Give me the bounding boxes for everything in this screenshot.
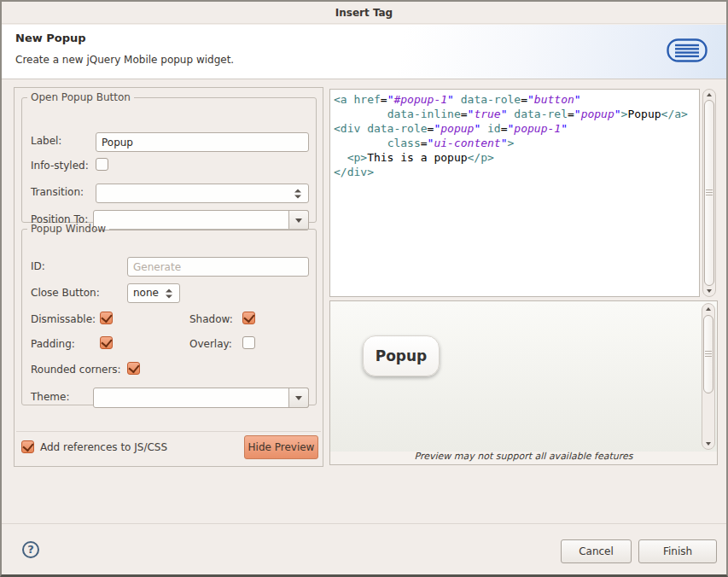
dismissable-label: Dismissable: [31,313,96,325]
hide-preview-button[interactable]: Hide Preview [244,435,318,459]
info-styled-checkbox[interactable] [96,158,108,171]
scrollbar-grip-icon [706,189,713,196]
rounded-corners-checkbox[interactable] [127,362,140,375]
chevron-down-icon [295,396,302,400]
popup-window-group: Popup Window ID: Close Button: none Dism… [21,223,317,405]
code-scrollbar[interactable] [702,89,716,297]
label-input[interactable] [96,132,309,152]
id-input[interactable] [127,257,309,277]
scroll-up-icon[interactable] [702,304,714,314]
preview-scrollbar-thumb[interactable] [703,315,713,393]
code-scrollbar-thumb[interactable] [704,100,714,286]
overlay-label: Overlay: [189,338,232,350]
footer-separator [2,523,726,524]
shadow-checkbox[interactable] [242,312,255,324]
popup-widget-icon [667,38,708,62]
preview-popup-button[interactable]: Popup [363,335,440,376]
page-title: New Popup [15,32,86,44]
transition-spinner-icon[interactable] [294,189,301,198]
open-popup-button-legend: Open Popup Button [27,91,134,103]
open-popup-button-group: Open Popup Button Label: Info-styled: Tr… [21,91,317,223]
padding-checkbox[interactable] [100,336,113,349]
scroll-down-icon[interactable] [702,439,714,449]
theme-dropdown-button[interactable] [288,388,309,408]
overlay-checkbox[interactable] [242,336,255,349]
theme-label: Theme: [31,391,69,403]
shadow-label: Shadow: [189,313,233,325]
theme-combo[interactable] [93,388,309,408]
info-styled-label: Info-styled: [31,160,89,172]
page-description: Create a new jQuery Mobile popup widget. [15,54,234,66]
scroll-down-icon[interactable] [703,286,715,296]
options-panel: Open Popup Button Label: Info-styled: Tr… [14,87,323,467]
transition-label: Transition: [31,186,84,198]
padding-label: Padding: [31,338,75,350]
close-button-label: Close Button: [31,287,100,299]
code-content: <a href="#popup-1" data-role="button" da… [334,92,696,179]
scrollbar-grip-icon [705,351,712,358]
titlebar[interactable]: Insert Tag [2,2,726,24]
preview-panel: Popup Preview may not support all availa… [329,300,718,465]
scroll-up-icon[interactable] [703,90,715,100]
wizard-header: New Popup Create a new jQuery Mobile pop… [2,25,726,79]
close-button-value: none [133,287,159,299]
cancel-button[interactable]: Cancel [561,539,632,563]
dialog-title: Insert Tag [335,7,393,19]
insert-tag-dialog: Insert Tag New Popup Create a new jQuery… [0,0,728,577]
add-references-label[interactable]: Add references to JS/CSS [40,441,167,453]
preview-viewport: Popup [330,301,717,452]
transition-combo[interactable] [96,184,309,203]
dismissable-checkbox[interactable] [100,312,113,324]
close-button-spinner-icon[interactable] [166,288,172,298]
add-references-checkbox[interactable] [21,440,34,453]
label-field-label: Label: [31,135,61,147]
finish-button[interactable]: Finish [638,539,717,563]
rounded-corners-label: Rounded corners: [31,364,121,376]
close-button-spinner[interactable]: none [127,283,180,303]
code-editor[interactable]: <a href="#popup-1" data-role="button" da… [329,89,700,297]
help-icon[interactable]: ? [22,541,39,558]
panel-separator [16,431,321,432]
preview-scrollbar[interactable] [702,303,715,450]
preview-caption: Preview may not support all available fe… [330,451,717,464]
id-label: ID: [31,260,45,272]
popup-window-legend: Popup Window [27,223,109,235]
chevron-down-icon [295,219,302,223]
